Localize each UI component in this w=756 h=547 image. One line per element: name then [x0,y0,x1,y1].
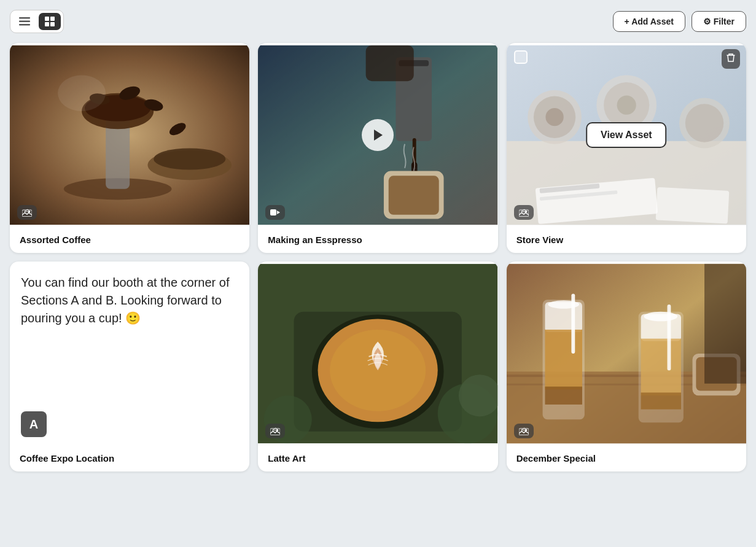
add-asset-button[interactable]: + Add Asset [613,11,685,32]
svg-rect-69 [545,387,582,405]
card-title: Making an Esspresso [268,235,362,245]
svg-point-43 [685,104,723,142]
card-image-wrap [507,262,746,446]
svg-rect-32 [270,209,276,215]
svg-point-78 [644,312,677,322]
card-delete-button[interactable] [722,49,740,69]
svg-marker-31 [374,130,383,141]
play-button[interactable] [362,119,394,151]
card-title: December Special [516,453,596,464]
svg-rect-4 [50,17,55,21]
toolbar-actions: + Add Asset ⚙ Filter [613,11,746,32]
svg-point-79 [548,300,579,309]
card-assorted-coffee[interactable]: Assorted Coffee [10,43,249,253]
svg-rect-47 [655,187,729,224]
card-footer: Coffee Expo Location [10,446,249,471]
svg-rect-0 [19,17,30,19]
svg-rect-1 [19,21,30,23]
asset-grid: Assorted Coffee [10,43,746,471]
svg-rect-80 [704,264,746,384]
card-latte-art[interactable]: Latte Art [258,262,497,471]
text-card-content: You can find our booth at the corner of … [21,274,238,402]
card-title: Coffee Expo Location [20,453,114,464]
card-december-special[interactable]: December Special [507,262,746,471]
card-type-badge [17,205,37,220]
filter-button[interactable]: ⚙ Filter [692,11,746,32]
card-title: Store View [516,235,563,245]
svg-point-41 [617,96,636,115]
svg-rect-30 [366,45,414,82]
text-type-badge: A [21,411,47,437]
svg-rect-6 [50,22,55,26]
card-title: Assorted Coffee [20,235,91,245]
card-footer: Assorted Coffee [10,227,249,253]
card-making-espresso[interactable]: Making an Esspresso [258,43,497,253]
svg-point-17 [154,148,225,169]
svg-rect-3 [45,17,49,21]
card-image-wrap [10,43,249,227]
card-type-badge [514,205,534,220]
card-footer: Latte Art [258,446,497,471]
svg-point-38 [545,108,563,126]
svg-marker-33 [277,211,280,214]
svg-rect-2 [19,24,30,26]
card-coffee-expo-location[interactable]: You can find our booth at the corner of … [10,262,249,471]
card-select-checkbox[interactable] [514,50,528,64]
svg-rect-29 [389,176,439,214]
card-title: Latte Art [268,453,305,464]
card-footer: Making an Esspresso [258,227,497,253]
card-image-wrap: View Asset [507,43,746,227]
card-store-view[interactable]: View AssetStore View [507,43,746,253]
list-view-button[interactable] [13,13,36,30]
card-footer: December Special [507,446,746,471]
card-type-badge [265,424,285,438]
toolbar: + Add Asset ⚙ Filter [10,10,746,33]
svg-rect-5 [45,22,49,26]
card-image-wrap [258,262,497,446]
card-type-badge [514,424,534,438]
view-asset-button[interactable]: View Asset [586,122,667,148]
text-card-body: You can find our booth at the corner of … [10,262,249,446]
svg-rect-74 [641,392,680,409]
card-footer: Store View [507,227,746,253]
card-image-wrap [258,43,497,227]
grid-view-button[interactable] [39,13,61,30]
view-toggle-group [10,10,64,33]
svg-rect-68 [545,330,582,390]
svg-rect-73 [641,339,680,396]
svg-point-18 [58,75,106,111]
card-type-badge [265,205,285,220]
